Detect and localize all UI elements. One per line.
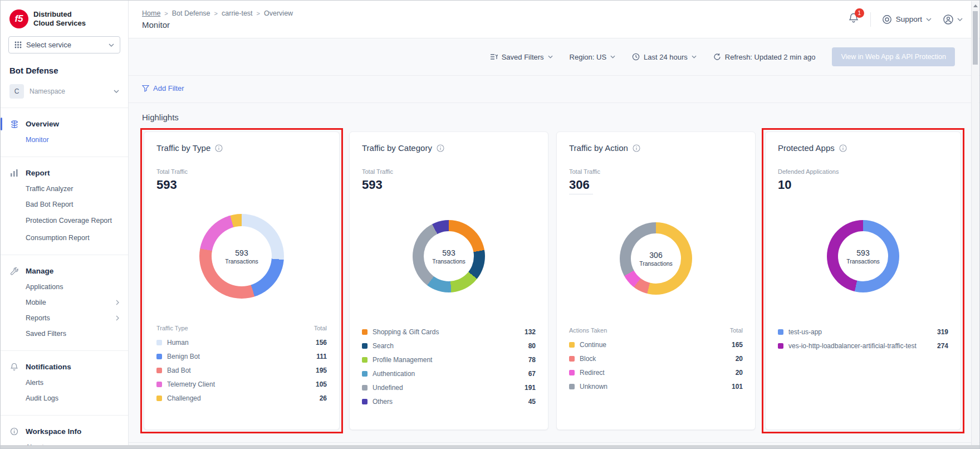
breadcrumb: Home > Bot Defense > carrie-test > Overv… [142, 9, 293, 17]
legend-row[interactable]: Unknown101 [569, 379, 743, 393]
metric-value: 593 [362, 178, 536, 192]
sidebar-item-notifications[interactable]: Notifications [1, 359, 128, 375]
user-avatar-icon [943, 14, 954, 25]
notifications-button[interactable]: 1 [848, 12, 859, 26]
sidebar-item-workspace-info[interactable]: Workspace Info [1, 423, 128, 440]
sidebar-item-reports[interactable]: Reports [1, 310, 128, 326]
protected-apps-donut-chart[interactable]: 593 Transactions [827, 220, 899, 292]
legend-label: Others [373, 398, 523, 406]
legend-value: 132 [525, 328, 536, 336]
legend-row[interactable]: test-us-app319 [778, 325, 948, 339]
sidebar-item-label: Audit Logs [26, 394, 119, 402]
legend-label: test-us-app [788, 328, 932, 336]
sidebar-item-audit-logs[interactable]: Audit Logs [1, 391, 128, 406]
donut-center-value: 306 [649, 251, 662, 260]
legend-row[interactable]: Bad Bot195 [156, 363, 327, 377]
sidebar-item-consumption-report[interactable]: Consumption Report [1, 230, 128, 246]
legend-value: 274 [937, 342, 948, 350]
chevron-down-icon [610, 55, 615, 58]
legend-label: Challenged [167, 394, 315, 402]
legend-total-header: Total [314, 325, 327, 331]
legend-row[interactable]: Others45 [362, 394, 536, 408]
info-icon[interactable] [839, 144, 847, 152]
sidebar-item-mobile[interactable]: Mobile [1, 295, 128, 310]
view-in-waap-button[interactable]: View in Web App & API Protection [832, 47, 955, 66]
legend-swatch [156, 382, 162, 387]
legend-label: Unknown [580, 383, 727, 391]
legend-value: 80 [528, 342, 536, 350]
legend-row[interactable]: Human156 [156, 335, 327, 349]
saved-filters-dropdown[interactable]: Saved Filters [490, 53, 553, 61]
sidebar-item-label: Monitor [26, 136, 119, 144]
info-icon[interactable] [215, 144, 223, 152]
breadcrumb-item[interactable]: Bot Defense [172, 9, 210, 17]
saved-filters-label: Saved Filters [502, 53, 544, 61]
sidebar-item-monitor[interactable]: Monitor [1, 132, 128, 148]
legend-row[interactable]: ves-io-http-loadbalancer-artificial-traf… [778, 339, 948, 353]
sidebar-item-protection-coverage-report[interactable]: Protection Coverage Report [1, 212, 128, 230]
traffic-by-category-donut-chart[interactable]: 593 Transactions [413, 220, 485, 292]
region-dropdown[interactable]: Region: US [570, 53, 615, 61]
sidebar-item-manage[interactable]: Manage [1, 263, 128, 279]
sidebar-item-traffic-analyzer[interactable]: Traffic Analyzer [1, 181, 128, 197]
add-filter-button[interactable]: Add Filter [142, 84, 184, 92]
sidebar-item-label: Overview [26, 120, 59, 128]
legend-row[interactable]: Challenged26 [156, 391, 327, 405]
card-traffic-by-action: Traffic by Action Total Traffic 306 306 … [556, 131, 756, 430]
legend-label: Shopping & Gift Cards [373, 328, 520, 336]
donut-center: 593 Transactions [838, 231, 888, 281]
traffic-by-action-donut-chart[interactable]: 306 Transactions [620, 222, 692, 295]
chevron-down-icon [114, 90, 119, 93]
top-right-controls: 1 Support [848, 12, 963, 27]
card-slot: Protected Apps Defended Applications 10 … [763, 131, 963, 430]
chevron-down-icon [926, 18, 932, 21]
legend-row[interactable]: Authentication67 [362, 367, 536, 380]
info-icon [9, 427, 19, 436]
legend-row[interactable]: Benign Bot111 [156, 349, 327, 363]
legend-value: 111 [316, 353, 327, 360]
sidebar-item-applications[interactable]: Applications [1, 279, 128, 295]
legend-row[interactable]: Block20 [569, 352, 743, 365]
scrollbar-up-arrow[interactable] [972, 1, 979, 10]
support-menu[interactable]: Support [882, 14, 932, 25]
legend-row[interactable]: Redirect20 [569, 365, 743, 379]
metric-block: Total Traffic 593 [156, 168, 327, 192]
legend-name-header: Traffic Type [156, 325, 188, 331]
traffic-by-type-donut-chart[interactable]: 593 Transactions [199, 214, 284, 299]
info-icon[interactable] [437, 144, 444, 152]
legend-row[interactable]: Search80 [362, 339, 536, 353]
sidebar-item-overview[interactable]: Overview [1, 116, 128, 132]
metric-block: Defended Applications 10 [778, 168, 948, 192]
sidebar-item-label: Traffic Analyzer [26, 185, 119, 193]
legend-row[interactable]: Undefined191 [362, 380, 536, 394]
legend-row[interactable]: Continue165 [569, 338, 743, 352]
top-bar: Home > Bot Defense > carrie-test > Overv… [129, 1, 979, 38]
breadcrumb-item[interactable]: carrie-test [222, 9, 253, 17]
chevron-right-icon [116, 300, 119, 305]
scrollbar-thumb[interactable] [973, 11, 978, 65]
legend-swatch [778, 329, 783, 335]
sidebar-item-saved-filters[interactable]: Saved Filters [1, 326, 128, 341]
namespace-selector[interactable]: C Namespace [1, 83, 128, 108]
time-range-dropdown[interactable]: Last 24 hours [632, 53, 697, 61]
sidebar-item-bad-bot-report[interactable]: Bad Bot Report [1, 197, 128, 212]
metric-label: Total Traffic [569, 168, 743, 175]
sidebar-item-report[interactable]: Report [1, 165, 128, 181]
metric-value: 593 [156, 178, 327, 192]
refresh-button[interactable]: Refresh: Updated 2 min ago [713, 53, 816, 61]
legend-label: Authentication [373, 370, 523, 378]
legend-swatch [156, 396, 162, 401]
donut-center: 593 Transactions [212, 226, 272, 286]
info-icon[interactable] [633, 144, 640, 152]
legend-row[interactable]: Shopping & Gift Cards132 [362, 325, 536, 339]
donut-center-value: 593 [235, 248, 248, 257]
legend-row[interactable]: Telemetry Client105 [156, 377, 327, 391]
vertical-scrollbar[interactable] [971, 1, 979, 445]
chevron-down-icon [109, 43, 114, 47]
legend-row[interactable]: Profile Management78 [362, 353, 536, 367]
account-menu[interactable] [943, 14, 963, 25]
sidebar-item-alerts[interactable]: Alerts [1, 375, 128, 391]
breadcrumb-home-link[interactable]: Home [142, 9, 160, 17]
sidebar-item-label: Alerts [26, 379, 119, 387]
select-service-dropdown[interactable]: Select service [8, 36, 120, 53]
